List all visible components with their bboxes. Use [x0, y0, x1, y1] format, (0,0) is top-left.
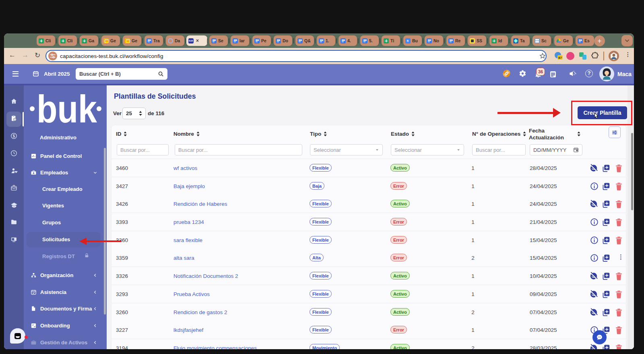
- svg-text:buk: buk: [37, 87, 97, 126]
- svg-text:87: 87: [558, 56, 562, 60]
